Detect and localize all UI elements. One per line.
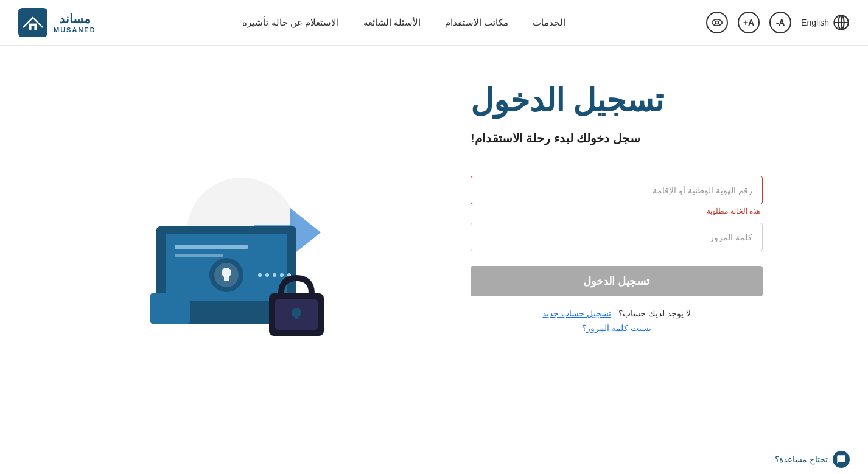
- id-input[interactable]: [471, 176, 763, 204]
- register-link[interactable]: تسجيل حساب جديد: [542, 308, 611, 318]
- svg-point-21: [265, 273, 269, 277]
- form-links: لا يوجد لديك حساب؟ تسجيل حساب جديد نسيت …: [471, 308, 763, 333]
- help-icon: [833, 451, 850, 468]
- nav-offices[interactable]: مكاتب الاستقدام: [445, 17, 508, 28]
- nav-faq[interactable]: الأسئلة الشائعة: [363, 17, 421, 28]
- svg-rect-19: [224, 275, 229, 281]
- logo-icon: [18, 8, 47, 37]
- logo: مساند MUSANED: [18, 8, 96, 37]
- svg-rect-6: [18, 8, 47, 37]
- logo-arabic: مساند: [59, 12, 91, 26]
- forgot-password-link[interactable]: نسيت كلمة المرور؟: [582, 323, 652, 333]
- nav-visa-status[interactable]: الاستعلام عن حالة تأشيرة: [242, 17, 339, 28]
- form-section: تسجيل الدخول سجل دخولك لبدء رحلة الاستقد…: [422, 46, 819, 444]
- svg-point-5: [716, 21, 719, 24]
- register-row: لا يوجد لديك حساب؟ تسجيل حساب جديد: [542, 308, 690, 318]
- svg-rect-15: [175, 254, 223, 257]
- illustration-section: [49, 46, 422, 444]
- password-input-wrapper: [471, 223, 763, 251]
- id-input-wrapper: [471, 176, 763, 204]
- svg-rect-8: [32, 26, 35, 30]
- main-nav: الخدمات مكاتب الاستقدام الأسئلة الشائعة …: [242, 17, 565, 28]
- logo-english: MUSANED: [54, 26, 96, 33]
- forgot-password-row: نسيت كلمة المرور؟: [582, 323, 652, 333]
- page-subtitle: سجل دخولك لبدء رحلة الاستقدام!: [471, 131, 640, 145]
- language-label: English: [801, 18, 829, 27]
- decrease-font-label: A-: [776, 18, 785, 27]
- header: English A- A+ الخدمات مكاتب الاستقدام ال…: [0, 0, 868, 46]
- no-account-text: لا يوجد لديك حساب؟: [618, 308, 691, 318]
- increase-font-label: A+: [743, 18, 754, 27]
- logo-text: مساند MUSANED: [54, 12, 96, 33]
- globe-icon: [833, 14, 850, 31]
- header-right-controls: English A- A+: [706, 12, 850, 33]
- svg-point-4: [712, 19, 723, 26]
- svg-rect-14: [175, 245, 248, 249]
- login-button[interactable]: تسجيل الدخول: [471, 266, 763, 296]
- help-label: تحتاج مساعدة؟: [775, 455, 828, 464]
- eye-icon: [711, 16, 723, 29]
- svg-rect-29: [150, 293, 190, 324]
- footer: تحتاج مساعدة؟: [0, 444, 868, 474]
- increase-font-button[interactable]: A+: [738, 12, 760, 33]
- help-button[interactable]: تحتاج مساعدة؟: [775, 451, 850, 468]
- page-title: تسجيل الدخول: [471, 82, 663, 119]
- svg-point-23: [280, 273, 284, 277]
- language-button[interactable]: English: [801, 14, 850, 31]
- login-form: هذه الخانة مطلوبة تسجيل الدخول لا يوجد ل…: [471, 176, 763, 333]
- contrast-button[interactable]: [706, 12, 728, 33]
- svg-point-20: [258, 273, 262, 277]
- login-illustration: [120, 147, 351, 342]
- decrease-font-button[interactable]: A-: [769, 12, 791, 33]
- password-input[interactable]: [471, 223, 763, 251]
- main-content: تسجيل الدخول سجل دخولك لبدء رحلة الاستقد…: [0, 46, 868, 444]
- nav-services[interactable]: الخدمات: [533, 17, 565, 28]
- id-error-text: هذه الخانة مطلوبة: [471, 207, 763, 215]
- svg-rect-28: [295, 313, 298, 319]
- svg-point-22: [273, 273, 276, 277]
